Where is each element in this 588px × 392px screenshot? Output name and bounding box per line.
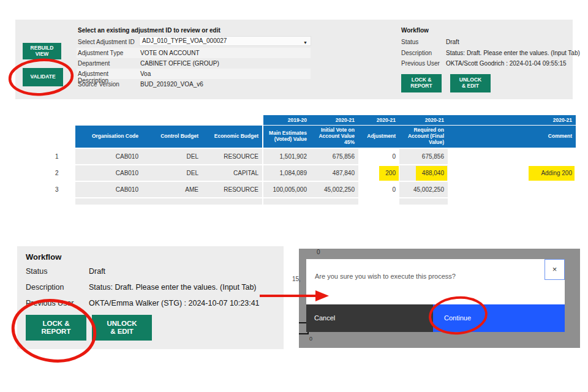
dialog-message: Are you sure you wish to execute this pr… [315,273,456,280]
cell-empty [263,198,311,205]
confirm-dialog: Are you sure you wish to execute this pr… [306,259,565,332]
validate-button[interactable]: VALIDATE [23,68,63,86]
lock-and-report-button[interactable]: LOCK & REPORT [401,74,442,92]
cell-empty [448,198,576,205]
lock-label-line2: REPORT [410,83,432,89]
unlock-label-line2: & EDIT [110,328,134,336]
field-value: VOTE ON ACCOUNT [140,50,200,56]
cell-comment-input[interactable] [448,182,576,197]
description-value: Status: Draft. Please enter the values. … [89,283,257,292]
panel-heading: Select an existing adjustment ID to revi… [78,27,221,34]
cell-required-on-account: 45,002,250 [399,182,448,197]
field-label: Department [78,60,138,67]
cell-control-budget: DEL [142,165,202,181]
unlock-and-edit-button[interactable]: UNLOCK & EDIT [450,74,491,92]
year-header: 2020-21 [399,115,448,125]
previous-user-label: Previous User [26,299,89,307]
year-header-row: 2019-20 2020-21 2020-21 2020-21 2020-21 [263,115,576,125]
cell-economic-budget: RESOURCE [202,182,262,197]
modal-overlay: 0 15, 0 Are you sure you wish to execute… [299,249,580,348]
workflow-panel: Workflow Status Draft Description Status… [17,246,284,349]
row-number: 2 [52,165,75,181]
column-header-organisation-code: Organisation Code [75,126,142,148]
row-number: 3 [52,182,75,197]
cell-economic-budget: RESOURCE [202,149,262,164]
unlock-label-line1: UNLOCK [107,320,137,328]
cell-initial-vote: 675,856 [311,149,358,164]
year-header: 2019-20 [263,115,311,125]
table-row-empty [52,198,576,205]
cell-control-budget: DEL [142,149,202,164]
rebuild-view-button[interactable]: REBUILD VIEW [23,43,61,59]
cell-comment-input[interactable]: Adding 200 [448,165,576,181]
field-value: Voa [140,70,151,77]
close-icon[interactable]: × [545,259,565,280]
rebuild-view-label-line2: VIEW [36,51,49,58]
cell-initial-vote: 45,002,250 [311,182,358,197]
row-number: 1 [52,149,75,164]
year-header: 2020-21 [358,115,399,125]
cell-main-estimates: 1,501,902 [263,149,311,164]
lock-label-line2: REPORT [42,328,71,336]
cancel-button[interactable]: Cancel [306,304,433,332]
table-row: 1 CAB010 DEL RESOURCE 1,501,902 675,856 … [52,149,576,164]
column-header-control-budget: Control Budget [142,126,202,148]
continue-button[interactable]: Continue [433,304,565,332]
previous-user-value: OKTA/Emma Walker (STG) : 2024-10-07 10:2… [89,299,260,307]
cell-required-on-account: 675,856 [399,149,448,164]
row-number [52,198,75,205]
column-header-economic-budget: Economic Budget [202,126,262,148]
cell-empty [202,198,262,205]
cell-economic-budget: CAPITAL [202,165,262,181]
adjustment-id-value: ADJ_010_TYPE_VOA_000027 [142,37,227,44]
status-value: Draft [89,267,105,276]
cell-control-budget: AME [142,182,202,197]
unlock-and-edit-button[interactable]: UNLOCK & EDIT [92,315,152,341]
description-value: Status: Draft. Please enter the values. … [446,50,580,56]
validate-label: VALIDATE [30,74,55,80]
dimmed-background-line [299,333,309,334]
table-row: 2 CAB010 DEL CAPITAL 1,084,089 487,840 2… [52,165,576,181]
cell-organisation-code: CAB010 [75,165,142,181]
cell-empty [75,198,142,205]
field-value: CABINET OFFICE (GROUP) [140,60,219,67]
cell-organisation-code: CAB010 [75,182,142,197]
table-row: 3 CAB010 AME RESOURCE 100,005,000 45,002… [52,182,576,197]
column-header-initial-vote: Initial Vote on Account Value 45% [311,126,358,148]
year-header: 2020-21 [311,115,358,125]
dimmed-background-text: 0 [317,249,320,255]
lock-and-report-button[interactable]: LOCK & REPORT [26,315,86,341]
page: REBUILD VIEW VALIDATE Select an existing… [0,0,588,392]
field-label: Adjustment Type [78,50,138,56]
description-label: Description [401,50,445,56]
column-header-row: Organisation Code Control Budget Economi… [75,126,576,148]
column-header-required-on-account: Required on Account (Final Value) [399,126,448,148]
cell-adjustment-input[interactable]: 0 [358,182,399,197]
cell-adjustment-input[interactable]: 0 [358,149,399,164]
status-label: Status [401,39,445,45]
column-header-adjustment: Adjustment [358,126,399,148]
cell-comment-input[interactable] [448,149,576,164]
cell-empty [311,198,358,205]
field-label: Source Version [78,81,138,88]
workflow-title: Workflow [401,27,429,34]
lock-label-line1: LOCK & [42,320,69,328]
cell-main-estimates: 100,005,000 [263,182,311,197]
cell-initial-vote: 487,840 [311,165,358,181]
cell-empty [142,198,202,205]
highlighted-comment: Adding 200 [529,166,575,181]
column-header-comment: Comment [448,126,576,148]
cell-empty [399,198,448,205]
previous-user-label: Previous User [401,60,445,67]
workflow-title: Workflow [26,252,61,262]
previous-user-value: OKTA/Scott Goodrich : 2024-01-04 09:55:1… [446,60,567,67]
chevron-down-icon: ▼ [303,39,307,47]
adjustment-id-dropdown[interactable]: ADJ_010_TYPE_VOA_000027 ▼ [139,36,311,46]
cell-main-estimates: 1,084,089 [263,165,311,181]
cell-adjustment-input[interactable]: 200 [358,165,399,181]
dimmed-background-text: 0 [309,336,312,342]
description-label: Description [26,283,89,292]
adjustment-table: 2019-20 2020-21 2020-21 2020-21 2020-21 … [52,115,576,205]
highlighted-value: 488,040 [416,166,447,181]
adjustment-selection-panel: REBUILD VIEW VALIDATE Select an existing… [15,20,573,99]
